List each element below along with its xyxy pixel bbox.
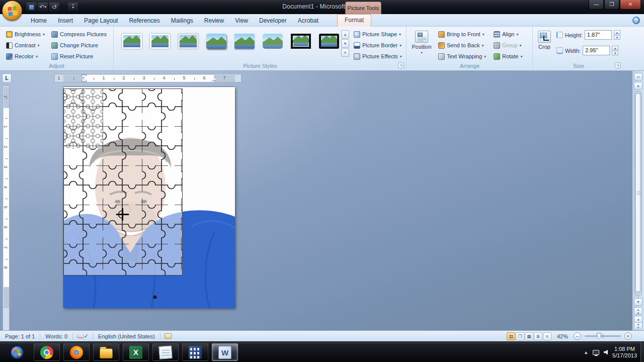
taskbar-app-word[interactable]: W — [212, 343, 238, 361]
tab-mailings[interactable]: Mailings — [166, 15, 199, 27]
brightness-button[interactable]: Brightness▾ — [4, 29, 47, 39]
zoom-slider-track[interactable] — [585, 335, 621, 337]
scrollbar-thumb[interactable] — [635, 93, 641, 292]
tab-stop-selector[interactable]: L — [2, 73, 12, 83]
scroll-down-button[interactable]: ▼ — [634, 298, 642, 306]
reset-picture-button[interactable]: Reset Picture — [49, 51, 109, 61]
height-down-button[interactable]: ▼ — [614, 35, 620, 40]
chevron-down-icon: ▾ — [482, 32, 485, 37]
ruler-number: 5 — [3, 206, 8, 208]
taskbar-app-movie-maker[interactable] — [182, 343, 208, 361]
taskbar-app-excel[interactable]: X — [123, 343, 149, 361]
zoom-level[interactable]: 42% — [557, 333, 568, 339]
bring-to-front-button[interactable]: Bring to Front▾ — [436, 29, 488, 39]
previous-page-button[interactable]: ▲▲ — [634, 307, 642, 315]
align-button[interactable]: Align▾ — [492, 29, 524, 39]
vertical-ruler[interactable]: 112345678 — [3, 85, 10, 331]
picture-style-metal-frame[interactable] — [176, 30, 201, 52]
button-label: Align — [502, 31, 514, 37]
width-up-button[interactable]: ▲ — [612, 46, 618, 50]
picture-style-reflected-rectangle[interactable] — [232, 30, 257, 52]
chevron-down-icon: ▾ — [520, 43, 522, 48]
gallery-more-button[interactable]: ▾ — [341, 48, 349, 57]
start-button[interactable] — [4, 343, 30, 361]
minimize-button[interactable]: — — [589, 0, 604, 10]
close-button[interactable]: ✕ — [620, 0, 641, 10]
photo-of-man-in-blue-shirt[interactable] — [63, 87, 235, 308]
size-dialog-launcher[interactable]: ↘ — [615, 62, 621, 68]
view-button-outline[interactable]: ≣ — [534, 332, 542, 340]
page-indicator[interactable]: Page: 1 of 1 — [0, 333, 40, 340]
next-page-button[interactable]: ▼▼ — [634, 322, 642, 330]
ruler-number: 2 — [122, 75, 125, 80]
tab-review[interactable]: Review — [199, 15, 229, 27]
scroll-up-button[interactable]: ▲ — [634, 82, 642, 89]
tab-insert[interactable]: Insert — [52, 15, 78, 27]
width-input[interactable]: 2.95" — [583, 46, 610, 55]
view-button-print-layout[interactable]: ▤ — [507, 332, 515, 340]
ruler-number: 4 — [163, 75, 165, 80]
compress-pictures-button[interactable]: Compress Pictures — [49, 29, 109, 39]
taskbar-clock[interactable]: 1:08 PM 5/17/2013 — [612, 346, 637, 359]
puzzle-overlay-picture — [63, 88, 183, 276]
tab-view[interactable]: View — [229, 15, 254, 27]
gallery-scroll-up-button[interactable]: ▲ — [341, 30, 349, 39]
contrast-button[interactable]: Contrast▾ — [4, 40, 47, 50]
view-button-web-layout[interactable]: ▦ — [525, 332, 533, 340]
tab-developer[interactable]: Developer — [254, 15, 292, 27]
scrollbar-track[interactable] — [634, 91, 642, 296]
tab-references[interactable]: References — [123, 15, 165, 27]
help-button[interactable]: ? — [632, 17, 640, 24]
crop-button[interactable]: Crop — [534, 28, 554, 50]
document-page[interactable] — [63, 86, 234, 308]
taskbar-app-firefox[interactable] — [63, 343, 90, 361]
picture-style-soft-edge-rectangle[interactable] — [260, 30, 285, 52]
taskbar-app-chrome[interactable] — [34, 343, 60, 361]
width-down-button[interactable]: ▼ — [612, 51, 618, 55]
horizontal-ruler[interactable]: 11234567 — [54, 74, 242, 82]
language-indicator[interactable]: English (United States) — [93, 333, 160, 340]
tab-page-layout[interactable]: Page Layout — [78, 15, 123, 27]
change-picture-button[interactable]: Change Picture — [49, 40, 109, 50]
gallery-scroll-down-button[interactable]: ▼ — [341, 39, 349, 48]
tab-home[interactable]: Home — [25, 15, 52, 27]
zoom-out-button[interactable]: – — [574, 332, 581, 340]
taskbar-app-notepad[interactable] — [152, 343, 179, 361]
macro-recording-icon[interactable] — [165, 333, 172, 339]
zoom-slider-thumb[interactable] — [597, 333, 601, 339]
tab-format[interactable]: Format — [337, 14, 371, 27]
tab-acrobat[interactable]: Acrobat — [292, 15, 324, 27]
send-to-back-button[interactable]: Send to Back▾ — [436, 40, 488, 50]
document-area: L 11234567 112345678 — [0, 71, 644, 330]
taskbar-app-windows-explorer[interactable] — [93, 343, 119, 361]
rotate-button[interactable]: Rotate▾ — [492, 51, 524, 61]
proofing-status-icon[interactable]: 📖✓ — [77, 333, 89, 339]
volume-icon[interactable] — [604, 350, 608, 355]
picture-style-compound-frame-black[interactable] — [288, 30, 313, 52]
group-button[interactable]: Group▾ — [492, 40, 524, 50]
word-count[interactable]: Words: 0 — [40, 333, 73, 340]
height-input[interactable]: 1.87" — [585, 30, 612, 40]
picture-border-button[interactable]: Picture Border▾ — [352, 40, 404, 50]
picture-shape-button[interactable]: Picture Shape▾ — [352, 29, 404, 39]
text-wrapping-button[interactable]: Text Wrapping▾ — [436, 51, 488, 61]
ruler-toggle-button[interactable]: ▭ — [634, 73, 642, 80]
picture-style-beveled-matte-white[interactable] — [147, 30, 173, 52]
recolor-button[interactable]: Recolor▾ — [4, 51, 47, 61]
height-up-button[interactable]: ▲ — [614, 30, 620, 35]
view-button-full-screen-reading[interactable]: ❐ — [516, 332, 524, 340]
picture-styles-dialog-launcher[interactable]: ↘ — [398, 62, 404, 68]
picture-effects-button[interactable]: Picture Effects▾ — [352, 51, 404, 61]
restore-button[interactable]: ❐ — [604, 0, 619, 10]
position-button[interactable]: Position ▾ — [410, 28, 433, 55]
office-button[interactable] — [2, 1, 22, 21]
picture-style-drop-shadow-rectangle[interactable] — [204, 30, 229, 52]
show-desktop-button[interactable] — [640, 342, 644, 362]
network-icon[interactable] — [593, 350, 599, 355]
chevron-down-icon: ▾ — [43, 32, 45, 37]
picture-style-simple-frame-black[interactable] — [316, 30, 342, 52]
view-button-draft[interactable]: ≡ — [543, 332, 551, 340]
zoom-in-button[interactable]: + — [624, 332, 632, 340]
picture-style-simple-frame-white[interactable] — [119, 30, 144, 52]
tray-expand-icon[interactable]: ▲ — [584, 350, 588, 355]
